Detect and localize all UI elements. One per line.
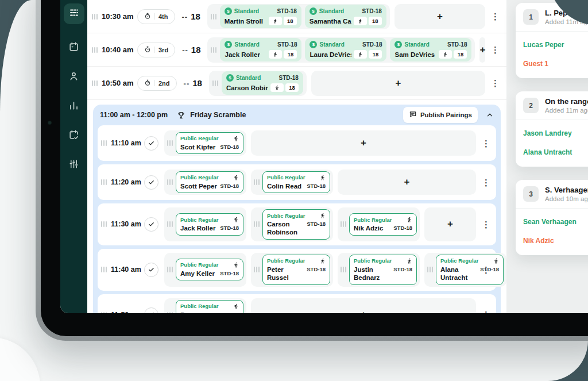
checked-in-toggle[interactable] [144,136,158,151]
kebab-menu-icon[interactable]: ⋮ [476,265,493,274]
drag-handle-icon[interactable] [427,267,433,272]
drag-handle-icon[interactable] [167,221,173,227]
sidebar-item-tee-sheet[interactable] [64,3,84,24]
player-card[interactable]: $ Standard STD-18 Martin Stroll 18 [220,5,301,28]
start-order-pill[interactable]: 3rd [137,43,175,57]
group-added-time: Added 11m ago [545,107,588,114]
add-player-slot[interactable]: + [338,170,476,195]
player-card[interactable]: Public Regular Peter Russel STD-18 [262,255,330,285]
drag-handle-icon[interactable] [211,14,216,20]
sidebar-item-calendar[interactable] [67,40,81,53]
add-player-slot[interactable]: + [394,4,485,29]
kebab-menu-icon[interactable]: ⋮ [491,45,500,54]
checked-in-toggle[interactable] [144,307,158,313]
add-player-slot[interactable]: + [424,207,476,241]
slot-group: $ Standard STD-18 Jack Roller 18 $ Stand… [207,37,475,63]
add-player-slot[interactable]: + [251,130,476,156]
kebab-menu-icon[interactable]: ⋮ [491,79,500,87]
player-card[interactable]: Public Regular Alana Untracht STD-18 [436,255,504,285]
walking-icon [270,83,284,92]
slot-area: Public Regular Scott Peper STD-18 Public… [164,170,476,195]
publish-pairings-button[interactable]: Publish Pairings [403,107,478,123]
player-card[interactable]: Public Regular Ryan Trattles STD-18 [176,300,243,314]
player-card[interactable]: Public Regular Amy Keller STD-18 [176,259,243,280]
player-card[interactable]: Public Regular Carson Robinson STD-18 [262,209,330,240]
player-card[interactable]: Public Regular Scott Peper STD-18 [176,171,243,193]
start-order-pill[interactable]: 2nd [137,76,177,91]
add-player-slot[interactable]: + [479,37,485,63]
group-member-name: Sean Verhaagen [523,218,581,226]
start-order-label: 4th [158,13,168,20]
rate-code-label: STD-18 [393,225,412,232]
scramble-title: Friday Scramble [190,111,246,119]
drag-handle-icon[interactable] [101,179,107,185]
rate-plan-label: Standard [234,41,275,48]
checked-in-toggle[interactable] [144,263,158,277]
rate-plan-label: Public Regular [267,213,305,219]
drag-handle-icon[interactable] [101,221,107,227]
chevron-up-icon[interactable] [486,111,494,119]
drag-handle-icon[interactable] [167,140,173,146]
sliders-icon [68,159,79,170]
slot-group: Public Regular Colin Read STD-18 [251,170,333,195]
slot-group: Public Regular Ryan Trattles STD-18 [164,298,246,314]
player-card[interactable]: Public Regular Nik Adzic STD-18 [349,213,417,235]
player-name: Scot Kipfer [180,143,215,151]
drag-handle-icon[interactable] [92,80,98,86]
kebab-menu-icon[interactable]: ⋮ [476,178,493,187]
drag-handle-icon[interactable] [167,179,173,185]
drag-handle-icon[interactable] [341,221,346,227]
player-card[interactable]: $ Standard STD-18 Carson Robinson 18 [222,71,303,95]
kebab-menu-icon[interactable]: ⋮ [476,310,493,313]
start-order-pill[interactable]: 4th [137,9,175,24]
kebab-menu-icon[interactable]: ⋮ [476,220,493,229]
walking-icon [320,174,326,181]
rate-code-label: STD-18 [362,8,381,14]
player-card[interactable]: $ Standard STD-18 Jack Roller 18 [220,38,301,61]
slot-group: Public Regular Peter Russel STD-18 [251,253,333,287]
sidebar-item-settings[interactable] [67,157,81,171]
walking-icon [233,216,239,223]
calendar-icon [68,41,79,52]
group-card[interactable]: 2 On the range Added 11m ago Jason Landr… [516,91,588,167]
player-card[interactable]: Public Regular Scot Kipfer STD-18 [176,132,243,154]
walking-icon [439,50,452,59]
drag-handle-icon[interactable] [92,47,98,53]
slot-area: $ Standard STD-18 Jack Roller 18 $ Stand… [207,37,485,63]
player-card[interactable]: Public Regular Jack Roller STD-18 [176,213,243,235]
drag-handle-icon[interactable] [101,267,107,272]
walking-icon [269,50,282,59]
sidebar-item-reports[interactable] [67,98,81,112]
drag-handle-icon[interactable] [101,312,107,313]
slot-group: Public Regular Alana Untracht STD-18 [424,253,506,287]
checked-in-toggle[interactable] [144,175,158,190]
sidebar-item-customers[interactable] [67,69,81,83]
add-player-slot[interactable]: + [311,71,485,96]
drag-handle-icon[interactable] [92,14,98,20]
sidebar-item-bookings[interactable] [67,128,81,141]
player-card[interactable]: $ Standard STD-18 Samantha Carlton 18 [305,5,386,28]
kebab-menu-icon[interactable]: ⋮ [491,12,500,21]
player-card[interactable]: Public Regular Justin Bednarz STD-18 [349,255,417,285]
kebab-menu-icon[interactable]: ⋮ [476,139,493,148]
drag-handle-icon[interactable] [254,221,260,227]
drag-handle-icon[interactable] [211,47,216,53]
group-card[interactable]: 3 S. Verhaagen +3 Added 10m ago Sean Ver… [516,180,588,255]
drag-handle-icon[interactable] [167,267,173,272]
scramble-time-row: 11:30 am Public Regular Jack Roller STD-… [98,203,496,245]
drag-handle-icon[interactable] [101,140,107,146]
drag-handle-icon[interactable] [254,267,260,272]
tee-time-row: 10:50 am 2nd -- 18 $ Standard STD-18 Car… [87,67,506,100]
drag-handle-icon[interactable] [341,267,346,272]
player-card[interactable]: $ Standard STD-18 Sam DeVries 18 [390,38,471,61]
player-card[interactable]: Public Regular Colin Read STD-18 [262,171,330,193]
add-player-slot[interactable]: + [251,298,476,314]
tablet-mockup: 10:30 am 4th -- 18 $ Standard STD-18 Mar… [36,0,588,341]
drag-handle-icon[interactable] [254,179,260,185]
drag-handle-icon[interactable] [212,80,218,86]
drag-handle-icon[interactable] [167,312,173,313]
player-card[interactable]: $ Standard STD-18 Laura DeVries 18 [305,38,386,61]
scramble-time-range: 11:00 am - 12:00 pm [100,111,168,119]
checked-in-toggle[interactable] [144,217,158,232]
rate-plan-label: Public Regular [180,217,219,223]
